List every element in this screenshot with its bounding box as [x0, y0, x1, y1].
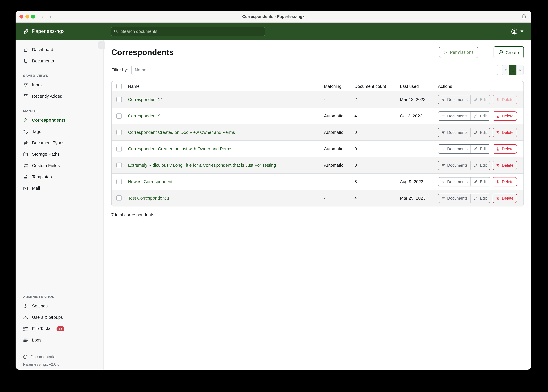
- permissions-label: Permissions: [450, 50, 474, 55]
- documents-button[interactable]: Documents: [438, 111, 471, 120]
- matching-cell: Automatic: [324, 124, 354, 140]
- browser-nav-arrows: ‹ ›: [41, 11, 51, 22]
- total-count-text: 7 total correspondents: [111, 212, 524, 217]
- pagination-page-1-button[interactable]: 1: [509, 65, 516, 75]
- sidebar-item-inbox[interactable]: Inbox: [15, 79, 103, 91]
- sidebar-item-documents[interactable]: Documents: [15, 55, 103, 67]
- documents-button[interactable]: Documents: [438, 193, 471, 203]
- documents-button[interactable]: Documents: [438, 95, 471, 104]
- sidebar-item-storage-paths[interactable]: Storage Paths: [15, 148, 103, 160]
- share-icon[interactable]: [521, 14, 526, 19]
- matching-cell: -: [324, 174, 354, 190]
- pencil-icon: [474, 130, 478, 134]
- delete-button[interactable]: Delete: [492, 95, 517, 104]
- select-all-header: [112, 81, 123, 91]
- permissions-button[interactable]: Permissions: [439, 47, 478, 58]
- sidebar-item-dashboard[interactable]: Dashboard: [15, 44, 103, 55]
- last-used-cell: Oct 2, 2022: [400, 108, 438, 124]
- sidebar-item-label: Tags: [32, 129, 41, 134]
- pagination-first-button[interactable]: «: [502, 65, 509, 75]
- row-checkbox[interactable]: [116, 97, 122, 102]
- edit-button[interactable]: Edit: [471, 128, 490, 137]
- row-checkbox[interactable]: [116, 130, 122, 135]
- close-window-button[interactable]: [19, 15, 23, 18]
- documents-icon: [23, 58, 28, 63]
- filter-lines-icon: [441, 114, 445, 118]
- sidebar-item-documentation[interactable]: Documentation: [15, 352, 103, 361]
- correspondent-name-link[interactable]: Newest Correspondent: [128, 179, 173, 184]
- documents-button[interactable]: Documents: [438, 128, 471, 137]
- zoom-window-button[interactable]: [31, 15, 35, 18]
- app-logo[interactable]: Paperless-ngx: [15, 28, 65, 34]
- collapse-sidebar-button[interactable]: «: [98, 41, 105, 49]
- account-menu[interactable]: [511, 23, 523, 40]
- delete-button[interactable]: Delete: [492, 177, 517, 186]
- app-header: Paperless-ngx: [15, 23, 531, 40]
- trash-icon: [496, 114, 500, 118]
- header-matching[interactable]: Matching: [324, 81, 354, 91]
- minimize-window-button[interactable]: [25, 15, 29, 18]
- sidebar-item-document-types[interactable]: Document Types: [15, 137, 103, 148]
- delete-button[interactable]: Delete: [492, 161, 517, 170]
- last-used-cell: Mar 25, 2023: [400, 190, 438, 206]
- document-count-cell: 0: [354, 157, 400, 174]
- edit-button[interactable]: Edit: [471, 177, 490, 186]
- sidebar-item-tags[interactable]: Tags: [15, 126, 103, 137]
- select-all-checkbox[interactable]: [116, 84, 122, 89]
- row-checkbox[interactable]: [116, 196, 122, 201]
- delete-button[interactable]: Delete: [492, 193, 517, 203]
- correspondent-name-link[interactable]: Correspondent 14: [128, 97, 163, 102]
- last-used-cell: Mar 12, 2022: [400, 91, 438, 108]
- delete-button[interactable]: Delete: [492, 111, 517, 120]
- edit-button[interactable]: Edit: [471, 193, 490, 203]
- pagination: « 1 »: [502, 65, 524, 75]
- pagination-last-button[interactable]: »: [516, 65, 523, 75]
- correspondent-name-link[interactable]: Correspondent Created on List with Owner…: [128, 147, 232, 151]
- tag-icon: [23, 129, 28, 134]
- row-checkbox[interactable]: [116, 113, 122, 119]
- sidebar-item-label: Users & Groups: [32, 315, 63, 320]
- sidebar-item-logs[interactable]: Logs: [15, 334, 103, 346]
- delete-button[interactable]: Delete: [492, 144, 517, 154]
- sidebar-item-templates[interactable]: Templates: [15, 171, 103, 182]
- header-name[interactable]: Name: [123, 81, 324, 91]
- sidebar-item-file-tasks[interactable]: File Tasks 16: [15, 323, 103, 334]
- sidebar-item-users-groups[interactable]: Users & Groups: [15, 312, 103, 323]
- sidebar-item-recently-added[interactable]: Recently Added: [15, 91, 103, 102]
- back-icon[interactable]: ‹: [41, 13, 43, 20]
- edit-button[interactable]: Edit: [471, 161, 490, 170]
- sidebar-item-custom-fields[interactable]: Custom Fields: [15, 160, 103, 171]
- documents-button[interactable]: Documents: [438, 144, 471, 154]
- window-title: Correspondents - Paperless-ngx: [15, 11, 531, 22]
- search-input[interactable]: [111, 27, 265, 36]
- sidebar-item-correspondents[interactable]: Correspondents: [15, 114, 103, 126]
- pencil-icon: [474, 196, 478, 200]
- documents-button[interactable]: Documents: [438, 177, 471, 186]
- document-count-cell: 0: [354, 140, 400, 157]
- correspondent-name-link[interactable]: Correspondent Created on Doc View Owner …: [128, 130, 235, 135]
- edit-button[interactable]: Edit: [471, 95, 490, 104]
- forward-icon[interactable]: ›: [50, 13, 51, 20]
- filter-name-input[interactable]: [131, 65, 498, 75]
- correspondent-name-link[interactable]: Correspondent 9: [128, 113, 160, 118]
- row-checkbox[interactable]: [116, 146, 122, 152]
- delete-button[interactable]: Delete: [492, 128, 517, 137]
- last-used-cell: [400, 124, 438, 140]
- sidebar-item-label: Mail: [32, 186, 40, 191]
- documents-button[interactable]: Documents: [438, 161, 471, 170]
- page-header: Correspondents Permissions Create: [111, 46, 524, 58]
- correspondent-name-link[interactable]: Test Correspondent 1: [128, 196, 169, 201]
- table-row: Newest Correspondent - 3 Aug 9, 2023 Doc…: [112, 174, 523, 190]
- edit-button[interactable]: Edit: [471, 111, 490, 120]
- pencil-icon: [474, 114, 478, 118]
- correspondent-name-link[interactable]: Extremely Ridiculously Long Title for a …: [128, 163, 276, 168]
- edit-button[interactable]: Edit: [471, 144, 490, 154]
- header-last-used[interactable]: Last used: [400, 81, 438, 91]
- row-checkbox[interactable]: [116, 162, 122, 168]
- sidebar-item-mail[interactable]: Mail: [15, 182, 103, 194]
- row-checkbox[interactable]: [116, 179, 122, 184]
- header-document-count[interactable]: Document count: [354, 81, 400, 91]
- pencil-icon: [474, 163, 478, 167]
- create-button[interactable]: Create: [494, 46, 524, 58]
- sidebar-item-settings[interactable]: Settings: [15, 300, 103, 312]
